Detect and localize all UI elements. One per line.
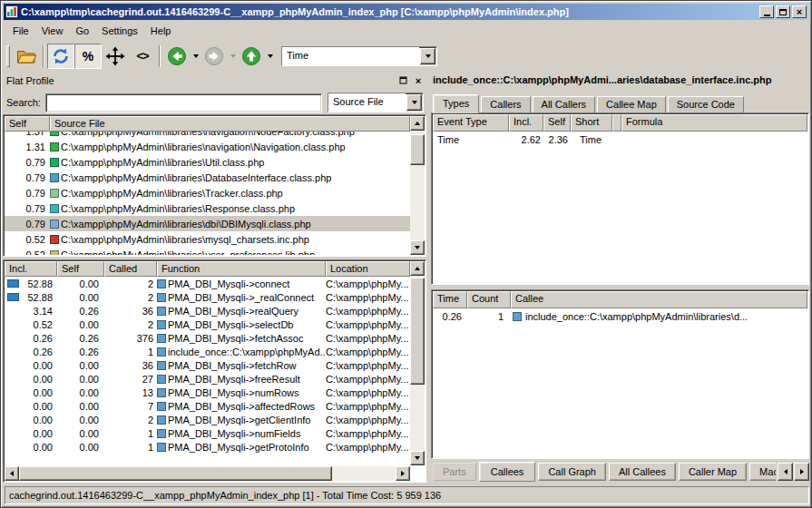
detail-tab[interactable]: Callee Map (597, 96, 666, 113)
detail-tab[interactable]: Source Code (668, 96, 744, 113)
triangle-left-icon (784, 469, 788, 474)
called-value: 2 (104, 415, 157, 425)
column-header-self[interactable]: Self (5, 116, 50, 132)
event-type-select[interactable]: Time (281, 46, 437, 66)
callee-row[interactable]: 0.26 1 include_once::C:\xampp\phpMyAdmin… (433, 308, 807, 324)
column-header-formula[interactable]: Formula (621, 114, 807, 132)
file-path: C:\xampp\phpMyAdmin\libraries\user_prefe… (61, 249, 410, 256)
scroll-right-button[interactable] (396, 466, 410, 481)
file-row[interactable]: 0.52 C:\xampp\phpMyAdmin\libraries\user_… (5, 247, 410, 255)
relative-percent-button[interactable]: % (74, 44, 102, 69)
shorten-templates-button[interactable]: <> (129, 44, 156, 69)
scroll-up-button[interactable] (410, 116, 425, 131)
back-button[interactable] (163, 44, 191, 69)
file-row[interactable]: 0.79 C:\xampp\phpMyAdmin\libraries\Util.… (5, 154, 410, 170)
menu-item[interactable]: File (6, 24, 35, 38)
column-header-incl[interactable]: Incl. (509, 114, 543, 132)
bottom-tab[interactable]: Callees (479, 462, 536, 482)
column-header-callee[interactable]: Callee (511, 291, 807, 308)
grouping-dropdown-button[interactable] (406, 94, 422, 111)
function-row[interactable]: 0.52 0.00 2 PMA_DBI_Mysqli->selectDb C:\… (5, 318, 410, 331)
function-row[interactable]: 52.88 0.00 2 PMA_DBI_Mysqli->connect C:\… (5, 277, 410, 290)
detail-tab[interactable]: All Callers (533, 96, 596, 113)
file-path: C:\xampp\phpMyAdmin\libraries\Tracker.cl… (61, 188, 410, 199)
event-type-dropdown-button[interactable] (420, 48, 435, 64)
menu-item[interactable]: Help (144, 24, 178, 38)
column-header-function[interactable]: Function (157, 261, 326, 277)
column-header-source-file[interactable]: Source File (50, 116, 410, 132)
column-header-event-type[interactable]: Event Type (433, 114, 509, 132)
scroll-down-button[interactable] (410, 240, 425, 255)
menu-item[interactable]: Settings (95, 24, 144, 38)
file-row[interactable]: 0.52 C:\xampp\phpMyAdmin\libraries\mysql… (5, 231, 410, 247)
file-row[interactable]: 1.37 C:\xampp\phpMyAdmin\libraries\navig… (5, 132, 410, 139)
scrollbar-thumb[interactable] (19, 466, 332, 481)
column-header-self[interactable]: Self (57, 261, 104, 277)
minimize-button[interactable] (759, 5, 774, 18)
scrollbar-thumb[interactable] (410, 134, 425, 165)
scroll-left-button[interactable] (5, 466, 19, 481)
function-row[interactable]: 0.00 0.00 1 PMA_DBI_Mysqli->getProtoInfo… (5, 440, 410, 454)
incl-value: 0.26 (34, 333, 53, 344)
tab-scroll-left-button[interactable] (778, 463, 793, 481)
file-type-icon (50, 220, 59, 229)
column-header-count[interactable]: Count (467, 291, 511, 308)
dock-close-button[interactable]: × (412, 74, 425, 86)
up-dropdown-button[interactable] (265, 44, 275, 69)
grouping-select[interactable]: Source File (328, 93, 424, 112)
function-row[interactable]: 0.00 0.00 1 PMA_DBI_Mysqli->numFields C:… (5, 426, 410, 440)
menu-item[interactable]: View (35, 24, 70, 38)
file-row[interactable]: 0.79 C:\xampp\phpMyAdmin\libraries\Respo… (5, 200, 410, 216)
function-row[interactable]: 3.14 0.26 36 PMA_DBI_Mysqli->realQuery C… (5, 304, 410, 318)
function-row[interactable]: 0.00 0.00 2 PMA_DBI_Mysqli->getClientInf… (5, 413, 410, 426)
file-row[interactable]: 1.31 C:\xampp\phpMyAdmin\libraries\navig… (5, 139, 410, 154)
function-row[interactable]: 0.00 0.00 36 PMA_DBI_Mysqli->fetchRow C:… (5, 358, 410, 372)
scrollbar-thumb[interactable] (410, 278, 425, 385)
bottom-tab[interactable]: Call Graph (538, 463, 606, 481)
dock-float-button[interactable] (396, 74, 409, 86)
function-row[interactable]: 52.88 0.00 2 PMA_DBI_Mysqli->_realConnec… (5, 290, 410, 304)
toolbar-handle[interactable] (6, 45, 10, 67)
column-header-self[interactable]: Self (543, 114, 571, 132)
open-folder-icon (16, 47, 36, 65)
detail-tab[interactable]: Types (433, 94, 479, 113)
column-header-called[interactable]: Called (104, 261, 157, 277)
detail-tab[interactable]: Callers (481, 96, 530, 113)
back-dropdown-button[interactable] (191, 44, 201, 69)
column-header-time[interactable]: Time (433, 291, 467, 308)
relative-to-parent-button[interactable] (102, 44, 129, 69)
up-button[interactable] (238, 44, 265, 69)
function-row[interactable]: 0.00 0.00 7 PMA_DBI_Mysqli->affectedRows… (5, 399, 410, 413)
window-titlebar[interactable]: C:\xampp\tmp\cachegrind.out.1416463299-C… (4, 4, 808, 20)
cycle-detection-button[interactable] (47, 44, 74, 69)
function-row[interactable]: 0.00 0.00 13 PMA_DBI_Mysqli->numRows C:\… (5, 386, 410, 399)
tab-scroll-right-button[interactable] (794, 463, 809, 481)
file-list-vscrollbar[interactable] (410, 116, 425, 255)
maximize-button[interactable] (776, 5, 790, 18)
column-header-location[interactable]: Location (326, 261, 410, 277)
function-detail-title: include_once::C:\xampp\phpMyAdmi...aries… (433, 74, 807, 89)
event-type-row[interactable]: Time 2.62 2.36 Time (433, 132, 807, 147)
incl-value: 0.00 (34, 360, 53, 371)
close-button[interactable]: × (792, 5, 807, 18)
column-header-short[interactable]: Short (571, 114, 612, 132)
bottom-tab[interactable]: Caller Map (679, 463, 747, 481)
file-row[interactable]: 0.79 C:\xampp\phpMyAdmin\libraries\Datab… (5, 170, 410, 185)
scroll-up-button[interactable] (410, 261, 425, 276)
bottom-tab[interactable]: All Callees (609, 463, 676, 481)
function-cell: PMA_DBI_Mysqli->numRows (157, 387, 326, 398)
column-header-incl[interactable]: Incl. (5, 261, 57, 277)
function-table-vscrollbar[interactable] (410, 261, 425, 465)
file-row[interactable]: 0.79 C:\xampp\phpMyAdmin\libraries\dbi\D… (5, 216, 410, 231)
function-row[interactable]: 0.00 0.00 27 PMA_DBI_Mysqli->freeResult … (5, 372, 410, 386)
file-path: C:\xampp\phpMyAdmin\libraries\DatabaseIn… (61, 172, 410, 183)
dock-titlebar[interactable]: Flat Profile × (4, 73, 427, 88)
open-file-button[interactable] (13, 44, 40, 69)
scroll-down-button[interactable] (410, 451, 425, 465)
search-input[interactable] (45, 93, 322, 112)
function-row[interactable]: 0.26 0.26 376 PMA_DBI_Mysqli->fetchAssoc… (5, 331, 410, 345)
function-row[interactable]: 0.26 0.26 1 include_once::C:\xampp\phpMy… (5, 345, 410, 358)
function-table-hscrollbar[interactable] (5, 466, 410, 481)
file-row[interactable]: 0.79 C:\xampp\phpMyAdmin\libraries\Track… (5, 185, 410, 200)
menu-item[interactable]: Go (69, 24, 95, 38)
